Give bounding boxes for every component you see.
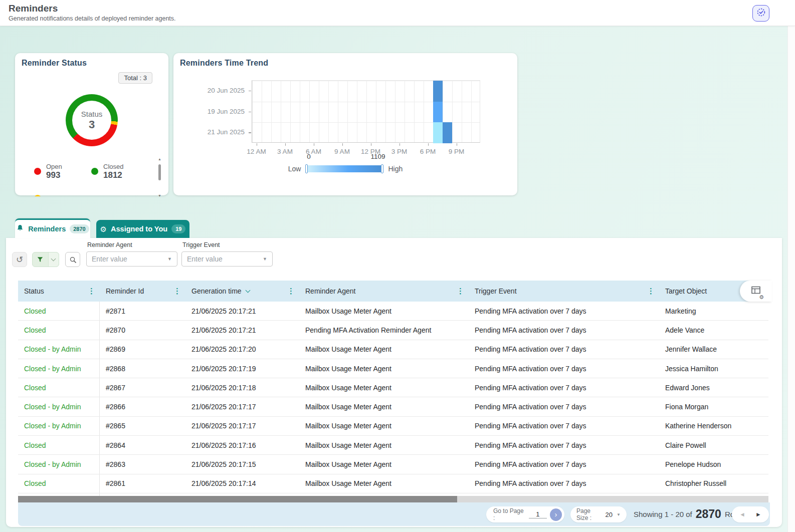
legend-color-dot: [91, 168, 98, 175]
table-row[interactable]: Closed - by Admin#286821/06/2025 20:17:1…: [18, 359, 768, 378]
horizontal-scrollbar-thumb[interactable]: [18, 496, 457, 502]
table-row[interactable]: Closed - by Admin#286321/06/2025 20:17:1…: [18, 455, 768, 474]
heatmap-cell[interactable]: [433, 122, 443, 143]
page-size-value: 20: [606, 511, 613, 518]
table-cell: 21/06/2025 20:17:14: [185, 474, 299, 493]
table-row[interactable]: Closed#286121/06/2025 20:17:14Mailbox Us…: [18, 474, 768, 493]
column-header-trigger-event[interactable]: Trigger Event⋮: [469, 281, 659, 302]
status-legend-item[interactable]: Closed1812: [91, 159, 148, 183]
table-cell: Adele Vance: [659, 321, 768, 339]
column-menu-icon[interactable]: ⋮: [173, 287, 181, 296]
horizontal-scrollbar[interactable]: [18, 496, 768, 502]
heatmap-y-label: 19 Jun 2025: [200, 108, 245, 115]
sort-descending-icon[interactable]: [245, 288, 250, 293]
status-cell: Closed: [18, 302, 100, 320]
showing-rows-summary: Showing 1 - 20 of 2870 Rows: [634, 502, 743, 526]
scale-max-handle[interactable]: [381, 164, 383, 173]
table-cell: Christopher Russell: [659, 474, 768, 493]
status-cell: Closed: [18, 321, 100, 339]
table-row[interactable]: Closed#287121/06/2025 20:17:21Mailbox Us…: [18, 302, 768, 321]
table-row[interactable]: Closed - by Admin#286921/06/2025 20:17:2…: [18, 340, 768, 359]
status-cell: Closed: [18, 474, 100, 493]
trigger-event-select[interactable]: Enter value ▼: [181, 251, 273, 267]
column-header-generation-time[interactable]: Generation time⋮: [185, 281, 299, 302]
x-axis-tick: [371, 143, 372, 146]
filter-button[interactable]: [33, 252, 48, 267]
heatmap-cell[interactable]: [433, 102, 443, 123]
page-title: Reminders: [9, 3, 58, 14]
refresh-button[interactable]: ↺: [12, 252, 27, 267]
column-menu-icon[interactable]: ⋮: [287, 287, 295, 296]
search-button[interactable]: [65, 252, 80, 267]
column-header-reminder-id[interactable]: Reminder Id⋮: [100, 281, 185, 302]
table-cell: #2867: [100, 378, 185, 397]
go-to-page-button[interactable]: ›: [550, 508, 562, 521]
select-caret-icon: ▼: [263, 256, 267, 261]
refresh-icon: ↺: [16, 254, 23, 265]
column-menu-icon[interactable]: ⋮: [457, 287, 464, 296]
tab-assigned-to-you[interactable]: ⚙ Assigned to You 19: [96, 220, 189, 238]
page-scrollbar-track[interactable]: [787, 26, 795, 532]
scroll-up-icon[interactable]: ▲: [158, 157, 161, 161]
table-row[interactable]: Closed - by Admin#286521/06/2025 20:17:1…: [18, 417, 768, 436]
heatmap-cell[interactable]: [443, 122, 452, 143]
reminder-agent-label: Reminder Agent: [87, 241, 132, 248]
reminder-agent-placeholder: Enter value: [92, 255, 167, 263]
column-menu-icon[interactable]: ⋮: [88, 287, 95, 296]
y-axis-tick: [249, 112, 251, 113]
table-row[interactable]: Closed#286421/06/2025 20:17:16Mailbox Us…: [18, 436, 768, 455]
status-cell: Closed - by Admin: [18, 417, 100, 435]
x-axis-tick: [342, 143, 343, 146]
column-header-label: Target Object: [665, 287, 707, 295]
table-cell: Pending MFA Activation Reminder Agent: [299, 321, 469, 339]
column-menu-icon[interactable]: ⋮: [647, 287, 655, 296]
tab-reminders[interactable]: Reminders 2870: [15, 218, 90, 238]
table-cell: Pending MFA activation over 7 days: [469, 417, 659, 435]
table-cell: Pending MFA activation over 7 days: [469, 397, 659, 416]
table-cell: Pending MFA activation over 7 days: [469, 378, 659, 397]
table-cell: Mailbox Usage Meter Agent: [299, 302, 469, 320]
scale-min-handle[interactable]: [305, 164, 308, 173]
status-legend-item[interactable]: Reviewing: [34, 186, 91, 196]
table-row[interactable]: Closed#287021/06/2025 20:17:21Pending MF…: [18, 321, 768, 340]
next-page-icon[interactable]: ►: [755, 511, 761, 518]
y-axis-tick: [249, 132, 251, 133]
reminder-app-button[interactable]: [752, 5, 769, 22]
scale-high-label: High: [388, 165, 403, 173]
page-size-caret-icon: ▼: [617, 512, 621, 517]
scrollbar-thumb[interactable]: [158, 164, 161, 180]
color-scale-bar[interactable]: [307, 165, 382, 172]
heatmap-plot[interactable]: [252, 80, 480, 143]
go-to-page-input[interactable]: [529, 510, 547, 518]
table-row[interactable]: Closed#286721/06/2025 20:17:18Mailbox Us…: [18, 378, 768, 397]
status-cell: Closed - by Admin: [18, 397, 100, 416]
scroll-down-icon[interactable]: ▼: [158, 194, 161, 197]
heatmap-cell[interactable]: [433, 81, 443, 102]
status-donut-chart[interactable]: Status 3: [66, 94, 118, 146]
filter-dropdown-button[interactable]: [48, 252, 59, 267]
filter-split-button[interactable]: [32, 252, 59, 267]
column-header-status[interactable]: Status⋮: [18, 281, 100, 302]
app-header: Reminders Generated notifications detail…: [0, 0, 795, 26]
table-cell: 21/06/2025 20:17:18: [185, 378, 299, 397]
total-row-count: 2870: [696, 507, 721, 521]
table-cell: Mailbox Usage Meter Agent: [299, 378, 469, 397]
table-cell: Katherine Henderson: [659, 417, 768, 435]
tab-reminders-label: Reminders: [28, 225, 66, 233]
table-row[interactable]: Closed - by Admin#286621/06/2025 20:17:1…: [18, 397, 768, 416]
table-cell: #2870: [100, 321, 185, 339]
x-axis-tick: [428, 143, 429, 146]
legend-scrollbar[interactable]: ▲ ▼: [157, 158, 162, 196]
legend-color-dot: [34, 195, 41, 196]
total-badge: Total : 3: [118, 72, 152, 84]
table-cell: Pending MFA activation over 7 days: [469, 455, 659, 473]
table-cell: 21/06/2025 20:17:17: [185, 397, 299, 416]
status-legend-item[interactable]: Open993: [34, 159, 91, 183]
status-legend: Open993Closed1812Reviewing: [34, 159, 159, 196]
heatmap-color-scale[interactable]: Low High 0 1109: [173, 165, 517, 173]
column-settings-button[interactable]: ⚙: [740, 281, 772, 302]
reminder-agent-select[interactable]: Enter value ▼: [86, 251, 177, 267]
page-size-select[interactable]: Page Size : 20 ▼: [570, 506, 627, 522]
column-header-reminder-agent[interactable]: Reminder Agent⋮: [299, 281, 469, 302]
previous-page-icon[interactable]: ◄: [739, 511, 745, 518]
